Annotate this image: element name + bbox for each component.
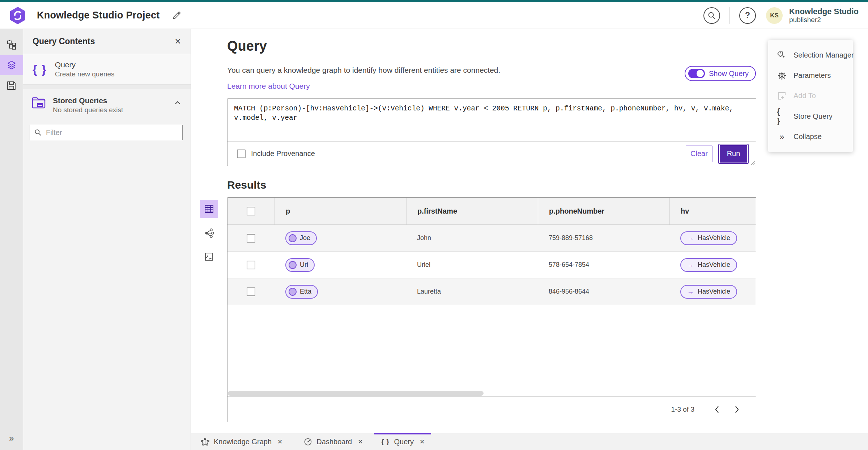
- gear-icon: [777, 71, 787, 80]
- query-textarea[interactable]: MATCH (p:Person)-[hv:HasVehicle]->(v:Veh…: [227, 99, 756, 141]
- chevron-left-icon: [714, 405, 720, 414]
- run-button[interactable]: Run: [719, 144, 748, 163]
- expand-rail-button[interactable]: »: [0, 431, 23, 446]
- page-title: Query: [227, 38, 267, 54]
- header-divider: [729, 7, 730, 24]
- table-row: Etta Lauretta 846-956-8644 → HasVehicle: [227, 278, 756, 305]
- table-view-button[interactable]: [200, 200, 218, 218]
- selection-manager-icon: [777, 50, 787, 60]
- relationship-label: HasVehicle: [698, 288, 730, 295]
- column-header-p: p: [275, 198, 406, 224]
- selection-manager-item[interactable]: Selection Manager: [768, 46, 853, 64]
- query-actions-bar: Include Provenance Clear Run: [227, 141, 756, 166]
- table-row: Joe John 759-889-57168 → HasVehicle: [227, 225, 756, 252]
- relationship-pill[interactable]: → HasVehicle: [680, 285, 737, 299]
- store-query-item[interactable]: { } Store Query: [768, 107, 853, 125]
- row-checkbox[interactable]: [247, 234, 255, 243]
- relationship-label: HasVehicle: [698, 261, 730, 269]
- edit-title-icon[interactable]: [172, 11, 181, 20]
- pagination-label: 1-3 of 3: [671, 405, 694, 413]
- row-checkbox[interactable]: [247, 287, 255, 296]
- chevron-right-icon: [734, 405, 740, 414]
- map-view-button[interactable]: [200, 248, 218, 266]
- arrow-right-icon: →: [687, 234, 694, 242]
- panel-title: Query Contents: [33, 37, 175, 46]
- link-chart-icon: [204, 228, 214, 238]
- query-item-label: Query: [55, 60, 115, 69]
- collapse-item[interactable]: » Collapse: [768, 128, 853, 146]
- chevron-up-icon[interactable]: [174, 99, 181, 106]
- avatar[interactable]: KS: [766, 7, 783, 24]
- store-query-label: Store Query: [793, 112, 833, 121]
- firstname-cell: John: [406, 234, 538, 242]
- tab-query[interactable]: { } Query ✕: [374, 433, 431, 450]
- firstname-cell: Uriel: [406, 261, 538, 269]
- link-chart-view-button[interactable]: [200, 224, 218, 242]
- schema-icon: [7, 40, 17, 50]
- panel-header: Query Contents ✕: [23, 29, 191, 54]
- entity-pill[interactable]: Uri: [285, 258, 315, 272]
- resize-grip-icon[interactable]: [750, 160, 755, 165]
- learn-more-link[interactable]: Learn more about Query: [227, 82, 310, 91]
- previous-page-button[interactable]: [710, 403, 724, 416]
- relationship-pill[interactable]: → HasVehicle: [680, 258, 737, 272]
- product-name: Knowledge Studio: [789, 7, 859, 16]
- add-to-icon: [777, 91, 787, 101]
- rail-item-layers[interactable]: [0, 55, 23, 75]
- dashboard-gauge-icon: [304, 438, 312, 446]
- collapse-label: Collapse: [793, 133, 822, 141]
- horizontal-scrollbar: [227, 390, 756, 396]
- help-button[interactable]: ?: [739, 7, 756, 24]
- page-description: You can query a knowledge graph to ident…: [227, 66, 500, 75]
- parameters-label: Parameters: [793, 71, 831, 80]
- filter-input[interactable]: [46, 129, 178, 137]
- bottom-tab-bar: Knowledge Graph ✕ Dashboard ✕ { } Query …: [191, 433, 868, 450]
- toggle-switch-icon[interactable]: [688, 69, 705, 78]
- app-window: Knowledge Studio Project ? KS Knowledge …: [0, 0, 868, 450]
- tab-label: Dashboard: [316, 438, 352, 446]
- row-checkbox[interactable]: [247, 261, 255, 269]
- clear-button[interactable]: Clear: [686, 146, 712, 162]
- tab-knowledge-graph[interactable]: Knowledge Graph ✕: [194, 433, 289, 450]
- rail-item-data-model[interactable]: [0, 35, 23, 55]
- header-checkbox-cell: [227, 198, 275, 224]
- app-logo-icon[interactable]: [9, 7, 26, 25]
- stored-queries-filter[interactable]: [30, 125, 183, 140]
- query-contents-panel: Query Contents ✕ { } Query Create new qu…: [23, 29, 191, 450]
- phonenumber-cell: 759-889-57168: [538, 234, 669, 242]
- tab-dashboard[interactable]: Dashboard ✕: [297, 433, 369, 450]
- select-all-checkbox[interactable]: [247, 207, 255, 215]
- entity-pill[interactable]: Etta: [285, 285, 318, 299]
- query-item-sublabel: Create new queries: [55, 70, 115, 78]
- column-header-phonenumber: p.phoneNumber: [538, 198, 669, 224]
- show-query-toggle[interactable]: Show Query: [685, 66, 756, 81]
- table-row: Uri Uriel 578-654-7854 → HasVehicle: [227, 252, 756, 278]
- add-to-item: Add To: [768, 87, 853, 105]
- query-list-item[interactable]: { } Query Create new queries: [23, 54, 191, 85]
- tab-close-icon[interactable]: ✕: [358, 438, 363, 446]
- entity-pill[interactable]: Joe: [285, 231, 317, 245]
- parameters-item[interactable]: Parameters: [768, 67, 853, 85]
- entity-dot-icon: [289, 234, 297, 242]
- app-header: Knowledge Studio Project ? KS Knowledge …: [0, 2, 868, 29]
- left-icon-rail: »: [0, 29, 23, 450]
- stored-queries-section[interactable]: Stored Queries No stored queries exist: [23, 89, 191, 117]
- scrollbar-thumb[interactable]: [228, 391, 484, 396]
- main-content: Query You can query a knowledge graph to…: [191, 29, 868, 433]
- add-to-label: Add To: [793, 92, 816, 100]
- tab-close-icon[interactable]: ✕: [420, 438, 425, 446]
- search-button[interactable]: [703, 7, 720, 24]
- include-provenance-checkbox[interactable]: [237, 150, 246, 158]
- relationship-pill[interactable]: → HasVehicle: [680, 231, 737, 245]
- rail-item-save[interactable]: [0, 75, 23, 96]
- table-footer: 1-3 of 3: [227, 396, 756, 422]
- search-icon: [708, 12, 716, 20]
- next-page-button[interactable]: [730, 403, 744, 416]
- query-item-text: Query Create new queries: [55, 60, 115, 78]
- table-view-icon: [204, 204, 214, 214]
- column-header-hv: hv: [669, 198, 756, 224]
- close-panel-icon[interactable]: ✕: [175, 37, 181, 46]
- arrow-right-icon: →: [687, 288, 694, 296]
- filter-search-icon: [34, 129, 42, 136]
- tab-close-icon[interactable]: ✕: [277, 438, 282, 446]
